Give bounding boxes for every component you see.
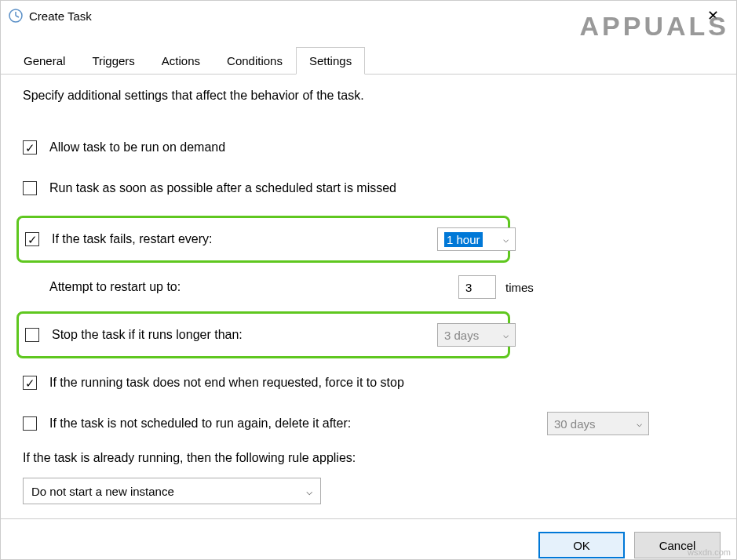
tab-general[interactable]: General <box>10 47 78 75</box>
run-asap-checkbox[interactable] <box>23 181 37 195</box>
attempt-count-input[interactable] <box>458 275 496 299</box>
delete-after-dropdown[interactable]: 30 days <box>547 412 649 435</box>
force-stop-label: If the running task does not end when re… <box>49 376 714 390</box>
stop-longer-dropdown[interactable]: 3 days <box>437 323 516 347</box>
force-stop-checkbox[interactable] <box>23 376 37 390</box>
allow-demand-checkbox[interactable] <box>23 140 37 155</box>
restart-interval-dropdown[interactable]: 1 hour <box>437 227 516 251</box>
stop-longer-checkbox[interactable] <box>25 328 39 342</box>
task-scheduler-icon <box>9 9 23 23</box>
tab-bar: General Triggers Actions Conditions Sett… <box>1 46 736 75</box>
tab-settings[interactable]: Settings <box>296 47 365 75</box>
delete-after-row: If the task is not scheduled to run agai… <box>23 410 714 437</box>
watermark-url: wsxdn.com <box>688 547 731 557</box>
settings-description: Specify additional settings that affect … <box>23 89 714 103</box>
rule-label: If the task is already running, then the… <box>23 451 714 465</box>
tab-conditions[interactable]: Conditions <box>213 47 296 75</box>
allow-demand-label: Allow task to be run on demand <box>49 140 714 155</box>
restart-label: If the task fails, restart every: <box>52 232 502 246</box>
stop-longer-value: 3 days <box>444 329 479 342</box>
tab-triggers[interactable]: Triggers <box>78 47 148 75</box>
create-task-window: Create Task ✕ APPUALS General Triggers A… <box>0 0 737 560</box>
attempt-suffix: times <box>505 281 534 294</box>
settings-panel: Specify additional settings that affect … <box>1 75 736 518</box>
attempt-row: Attempt to restart up to: times <box>49 274 714 300</box>
svg-line-2 <box>16 16 19 17</box>
restart-highlight: If the task fails, restart every: 1 hour <box>16 216 510 263</box>
stop-longer-label: Stop the task if it runs longer than: <box>52 328 502 342</box>
restart-checkbox[interactable] <box>25 232 39 246</box>
restart-interval-value: 1 hour <box>444 232 483 247</box>
tab-actions[interactable]: Actions <box>148 47 213 75</box>
allow-demand-row: Allow task to be run on demand <box>23 134 714 161</box>
delete-after-value: 30 days <box>554 417 596 431</box>
rule-value: Do not start a new instance <box>31 485 174 498</box>
attempt-label: Attempt to restart up to: <box>49 280 714 294</box>
run-asap-row: Run task as soon as possible after a sch… <box>23 175 714 202</box>
ok-button[interactable]: OK <box>538 532 625 558</box>
watermark-logo: APPUALS <box>580 11 729 42</box>
rule-dropdown[interactable]: Do not start a new instance <box>23 478 321 504</box>
force-stop-row: If the running task does not end when re… <box>23 369 714 396</box>
button-bar: OK Cancel <box>1 518 736 560</box>
restart-row: If the task fails, restart every: 1 hour <box>25 226 502 253</box>
stop-longer-highlight: Stop the task if it runs longer than: 3 … <box>16 311 510 358</box>
stop-longer-row: Stop the task if it runs longer than: 3 … <box>25 322 502 348</box>
run-asap-label: Run task as soon as possible after a sch… <box>49 181 714 195</box>
delete-after-checkbox[interactable] <box>23 416 37 431</box>
